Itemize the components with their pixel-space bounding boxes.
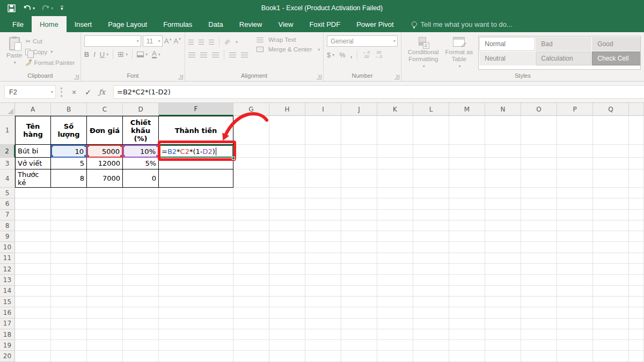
cell-C13[interactable] bbox=[87, 275, 123, 285]
cell-H3[interactable] bbox=[269, 158, 305, 169]
cell-L15[interactable] bbox=[413, 297, 449, 307]
cell-L3[interactable] bbox=[413, 158, 449, 169]
cell-G7[interactable] bbox=[233, 210, 269, 220]
align-left-icon[interactable] bbox=[188, 53, 195, 57]
row-header-1[interactable]: 1 bbox=[0, 116, 15, 145]
fill-handle[interactable] bbox=[232, 157, 235, 160]
align-right-icon[interactable] bbox=[212, 53, 219, 57]
cell-H13[interactable] bbox=[269, 275, 305, 285]
cell-F5[interactable] bbox=[159, 188, 233, 198]
font-color-icon[interactable]: A bbox=[152, 50, 157, 58]
cell-K9[interactable] bbox=[377, 231, 413, 242]
cell-G5[interactable] bbox=[233, 188, 269, 198]
tab-file[interactable]: File bbox=[4, 16, 32, 32]
cell-A10[interactable] bbox=[15, 242, 51, 253]
cell-D8[interactable] bbox=[123, 220, 159, 231]
cell-H14[interactable] bbox=[269, 286, 305, 297]
increase-decimal-icon[interactable]: ←.0 .00 bbox=[362, 50, 370, 59]
cell-stub-4[interactable] bbox=[629, 169, 644, 188]
cell-I12[interactable] bbox=[305, 264, 341, 275]
increase-font-size-icon[interactable]: A▲ bbox=[164, 37, 172, 45]
cell-M20[interactable] bbox=[449, 351, 485, 361]
cell-I5[interactable] bbox=[305, 188, 341, 198]
cell-Q12[interactable] bbox=[593, 264, 629, 275]
cell-D3[interactable]: 5% bbox=[123, 158, 159, 169]
borders-icon[interactable]: ⊞ bbox=[118, 50, 124, 58]
row-header-3[interactable]: 3 bbox=[0, 158, 15, 169]
cell-M8[interactable] bbox=[449, 220, 485, 231]
cell-N11[interactable] bbox=[485, 253, 521, 264]
column-header-L[interactable]: L bbox=[413, 103, 449, 116]
cell-C3[interactable]: 12000 bbox=[87, 158, 123, 169]
increase-indent-icon[interactable] bbox=[241, 53, 248, 57]
format-as-table-dropdown-icon[interactable]: ▾ bbox=[458, 63, 460, 70]
insert-function-button[interactable]: ƒx bbox=[95, 88, 109, 96]
cell-N12[interactable] bbox=[485, 264, 521, 275]
cell-P17[interactable] bbox=[557, 319, 593, 329]
cell-stub-1[interactable] bbox=[629, 116, 644, 145]
cell-H20[interactable] bbox=[269, 351, 305, 361]
cell-C5[interactable] bbox=[87, 188, 123, 198]
cell-O19[interactable] bbox=[521, 340, 557, 351]
cell-B8[interactable] bbox=[51, 220, 87, 231]
font-name-dropdown-icon[interactable]: ▾ bbox=[137, 39, 139, 43]
cell-M14[interactable] bbox=[449, 286, 485, 297]
cell-A18[interactable] bbox=[15, 329, 51, 340]
cell-D15[interactable] bbox=[123, 297, 159, 307]
copy-dropdown-icon[interactable]: ▾ bbox=[50, 49, 53, 54]
cell-M3[interactable] bbox=[449, 158, 485, 169]
row-header-20[interactable]: 20 bbox=[0, 351, 15, 361]
cell-J19[interactable] bbox=[341, 340, 377, 351]
accounting-format-icon[interactable]: $ bbox=[327, 51, 331, 59]
cell-L6[interactable] bbox=[413, 198, 449, 209]
cell-style-neutral[interactable]: Neutral bbox=[479, 51, 535, 65]
paste-button[interactable]: Paste ▾ bbox=[3, 35, 25, 72]
cell-I9[interactable] bbox=[305, 231, 341, 242]
cell-stub-5[interactable] bbox=[629, 188, 644, 198]
row-header-6[interactable]: 6 bbox=[0, 198, 15, 209]
cell-O2[interactable] bbox=[521, 145, 557, 158]
number-dialog-launcher-icon[interactable] bbox=[394, 75, 399, 79]
cell-J3[interactable] bbox=[341, 158, 377, 169]
cell-L19[interactable] bbox=[413, 340, 449, 351]
cell-K4[interactable] bbox=[377, 169, 413, 188]
cell-G18[interactable] bbox=[233, 329, 269, 340]
cell-O12[interactable] bbox=[521, 264, 557, 275]
cell-D19[interactable] bbox=[123, 340, 159, 351]
cell-M7[interactable] bbox=[449, 210, 485, 220]
cell-P3[interactable] bbox=[557, 158, 593, 169]
cell-N18[interactable] bbox=[485, 329, 521, 340]
cell-N4[interactable] bbox=[485, 169, 521, 188]
cell-J13[interactable] bbox=[341, 275, 377, 285]
tab-foxit-pdf[interactable]: Foxit PDF bbox=[301, 16, 348, 32]
row-header-11[interactable]: 11 bbox=[0, 253, 15, 264]
cell-J2[interactable] bbox=[341, 145, 377, 158]
cell-K8[interactable] bbox=[377, 220, 413, 231]
cell-P2[interactable] bbox=[557, 145, 593, 158]
cell-B6[interactable] bbox=[51, 198, 87, 209]
cell-I7[interactable] bbox=[305, 210, 341, 220]
cell-K7[interactable] bbox=[377, 210, 413, 220]
cell-I17[interactable] bbox=[305, 319, 341, 329]
cell-K10[interactable] bbox=[377, 242, 413, 253]
cell-L12[interactable] bbox=[413, 264, 449, 275]
cell-O11[interactable] bbox=[521, 253, 557, 264]
cell-P15[interactable] bbox=[557, 297, 593, 307]
cell-H10[interactable] bbox=[269, 242, 305, 253]
align-center-icon[interactable] bbox=[200, 53, 207, 57]
cell-D11[interactable] bbox=[123, 253, 159, 264]
cell-O15[interactable] bbox=[521, 297, 557, 307]
cell-C7[interactable] bbox=[87, 210, 123, 220]
cell-K13[interactable] bbox=[377, 275, 413, 285]
cell-Q16[interactable] bbox=[593, 307, 629, 318]
cell-D18[interactable] bbox=[123, 329, 159, 340]
cell-I4[interactable] bbox=[305, 169, 341, 188]
cell-Q7[interactable] bbox=[593, 210, 629, 220]
comma-style-icon[interactable]: , bbox=[350, 51, 353, 59]
cell-D17[interactable] bbox=[123, 319, 159, 329]
cell-C18[interactable] bbox=[87, 329, 123, 340]
cell-Q15[interactable] bbox=[593, 297, 629, 307]
cell-H7[interactable] bbox=[269, 210, 305, 220]
cell-stub-7[interactable] bbox=[629, 210, 644, 220]
cell-L20[interactable] bbox=[413, 351, 449, 361]
